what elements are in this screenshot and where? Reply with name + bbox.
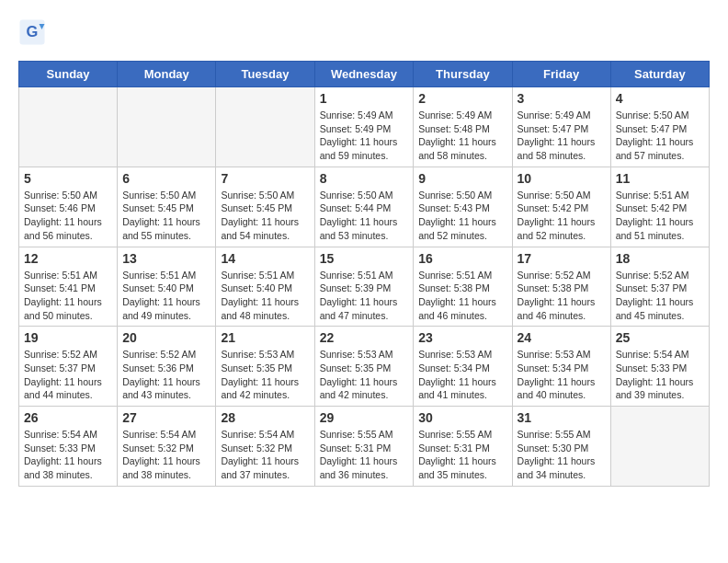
day-number: 3 — [518, 91, 606, 106]
day-info: Sunrise: 5:51 AM Sunset: 5:39 PM Dayligh… — [320, 269, 409, 323]
day-info: Sunrise: 5:50 AM Sunset: 5:44 PM Dayligh… — [320, 189, 409, 243]
calendar-cell: 22Sunrise: 5:53 AM Sunset: 5:35 PM Dayli… — [314, 327, 414, 407]
day-number: 5 — [24, 171, 112, 186]
day-info: Sunrise: 5:50 AM Sunset: 5:43 PM Dayligh… — [418, 189, 506, 243]
day-number: 31 — [518, 410, 606, 425]
calendar-cell: 20Sunrise: 5:52 AM Sunset: 5:36 PM Dayli… — [118, 327, 216, 407]
day-info: Sunrise: 5:52 AM Sunset: 5:37 PM Dayligh… — [616, 269, 704, 323]
day-info: Sunrise: 5:50 AM Sunset: 5:42 PM Dayligh… — [518, 189, 606, 243]
calendar-cell: 21Sunrise: 5:53 AM Sunset: 5:35 PM Dayli… — [216, 327, 314, 407]
day-info: Sunrise: 5:51 AM Sunset: 5:42 PM Dayligh… — [616, 189, 704, 243]
calendar-cell: 19Sunrise: 5:52 AM Sunset: 5:37 PM Dayli… — [19, 327, 118, 407]
day-info: Sunrise: 5:55 AM Sunset: 5:31 PM Dayligh… — [320, 428, 409, 482]
svg-text:G: G — [27, 23, 39, 40]
day-info: Sunrise: 5:52 AM Sunset: 5:36 PM Dayligh… — [122, 348, 210, 402]
day-info: Sunrise: 5:55 AM Sunset: 5:30 PM Dayligh… — [518, 428, 606, 482]
calendar-cell: 17Sunrise: 5:52 AM Sunset: 5:38 PM Dayli… — [512, 247, 610, 327]
day-number: 1 — [320, 91, 409, 106]
day-number: 22 — [320, 330, 409, 345]
day-number: 28 — [221, 410, 309, 425]
day-number: 27 — [122, 410, 210, 425]
calendar-cell: 24Sunrise: 5:53 AM Sunset: 5:34 PM Dayli… — [512, 327, 610, 407]
weekday-header: Monday — [118, 62, 216, 87]
calendar-cell: 11Sunrise: 5:51 AM Sunset: 5:42 PM Dayli… — [610, 167, 709, 247]
day-info: Sunrise: 5:53 AM Sunset: 5:34 PM Dayligh… — [418, 348, 506, 402]
day-number: 30 — [418, 410, 506, 425]
day-info: Sunrise: 5:51 AM Sunset: 5:40 PM Dayligh… — [122, 269, 210, 323]
calendar-cell — [216, 87, 314, 167]
calendar-cell: 3Sunrise: 5:49 AM Sunset: 5:47 PM Daylig… — [512, 87, 610, 167]
logo-icon: G — [18, 18, 46, 46]
day-info: Sunrise: 5:55 AM Sunset: 5:31 PM Dayligh… — [418, 428, 506, 482]
day-number: 11 — [616, 171, 704, 186]
day-number: 9 — [418, 171, 506, 186]
day-number: 15 — [320, 251, 409, 266]
calendar-cell: 13Sunrise: 5:51 AM Sunset: 5:40 PM Dayli… — [118, 247, 216, 327]
weekday-header: Sunday — [19, 62, 118, 87]
calendar-cell: 8Sunrise: 5:50 AM Sunset: 5:44 PM Daylig… — [314, 167, 414, 247]
day-number: 2 — [418, 91, 506, 106]
day-number: 21 — [221, 330, 309, 345]
day-info: Sunrise: 5:51 AM Sunset: 5:40 PM Dayligh… — [221, 269, 309, 323]
calendar-cell: 10Sunrise: 5:50 AM Sunset: 5:42 PM Dayli… — [512, 167, 610, 247]
calendar-cell: 5Sunrise: 5:50 AM Sunset: 5:46 PM Daylig… — [19, 167, 118, 247]
calendar-cell: 14Sunrise: 5:51 AM Sunset: 5:40 PM Dayli… — [216, 247, 314, 327]
day-number: 19 — [24, 330, 112, 345]
day-number: 16 — [418, 251, 506, 266]
day-number: 20 — [122, 330, 210, 345]
calendar-cell: 12Sunrise: 5:51 AM Sunset: 5:41 PM Dayli… — [19, 247, 118, 327]
day-info: Sunrise: 5:54 AM Sunset: 5:32 PM Dayligh… — [122, 428, 210, 482]
day-info: Sunrise: 5:54 AM Sunset: 5:32 PM Dayligh… — [221, 428, 309, 482]
calendar-cell — [19, 87, 118, 167]
weekday-header: Tuesday — [216, 62, 314, 87]
calendar-table: SundayMondayTuesdayWednesdayThursdayFrid… — [18, 61, 710, 487]
day-info: Sunrise: 5:50 AM Sunset: 5:45 PM Dayligh… — [221, 189, 309, 243]
day-number: 14 — [221, 251, 309, 266]
day-info: Sunrise: 5:51 AM Sunset: 5:41 PM Dayligh… — [24, 269, 112, 323]
day-info: Sunrise: 5:53 AM Sunset: 5:34 PM Dayligh… — [518, 348, 606, 402]
day-number: 8 — [320, 171, 409, 186]
weekday-header: Wednesday — [314, 62, 414, 87]
day-info: Sunrise: 5:50 AM Sunset: 5:45 PM Dayligh… — [122, 189, 210, 243]
day-number: 18 — [616, 251, 704, 266]
calendar-week-row: 5Sunrise: 5:50 AM Sunset: 5:46 PM Daylig… — [19, 167, 710, 247]
calendar-cell: 6Sunrise: 5:50 AM Sunset: 5:45 PM Daylig… — [118, 167, 216, 247]
calendar-cell: 4Sunrise: 5:50 AM Sunset: 5:47 PM Daylig… — [610, 87, 709, 167]
day-number: 7 — [221, 171, 309, 186]
day-info: Sunrise: 5:52 AM Sunset: 5:38 PM Dayligh… — [518, 269, 606, 323]
calendar-cell: 16Sunrise: 5:51 AM Sunset: 5:38 PM Dayli… — [414, 247, 512, 327]
day-info: Sunrise: 5:49 AM Sunset: 5:49 PM Dayligh… — [320, 109, 409, 163]
day-info: Sunrise: 5:51 AM Sunset: 5:38 PM Dayligh… — [418, 269, 506, 323]
day-info: Sunrise: 5:50 AM Sunset: 5:46 PM Dayligh… — [24, 189, 112, 243]
calendar-cell: 29Sunrise: 5:55 AM Sunset: 5:31 PM Dayli… — [314, 407, 414, 487]
weekday-header: Friday — [512, 62, 610, 87]
calendar-cell: 23Sunrise: 5:53 AM Sunset: 5:34 PM Dayli… — [414, 327, 512, 407]
calendar-cell — [610, 407, 709, 487]
calendar-cell: 2Sunrise: 5:49 AM Sunset: 5:48 PM Daylig… — [414, 87, 512, 167]
calendar-header-row: SundayMondayTuesdayWednesdayThursdayFrid… — [19, 62, 710, 87]
day-info: Sunrise: 5:49 AM Sunset: 5:48 PM Dayligh… — [418, 109, 506, 163]
day-number: 26 — [24, 410, 112, 425]
day-info: Sunrise: 5:52 AM Sunset: 5:37 PM Dayligh… — [24, 348, 112, 402]
day-number: 29 — [320, 410, 409, 425]
calendar-cell: 15Sunrise: 5:51 AM Sunset: 5:39 PM Dayli… — [314, 247, 414, 327]
day-number: 13 — [122, 251, 210, 266]
day-number: 4 — [616, 91, 704, 106]
calendar-week-row: 19Sunrise: 5:52 AM Sunset: 5:37 PM Dayli… — [19, 327, 710, 407]
calendar-cell: 25Sunrise: 5:54 AM Sunset: 5:33 PM Dayli… — [610, 327, 709, 407]
calendar-week-row: 12Sunrise: 5:51 AM Sunset: 5:41 PM Dayli… — [19, 247, 710, 327]
calendar-cell: 1Sunrise: 5:49 AM Sunset: 5:49 PM Daylig… — [314, 87, 414, 167]
day-number: 17 — [518, 251, 606, 266]
weekday-header: Thursday — [414, 62, 512, 87]
day-info: Sunrise: 5:54 AM Sunset: 5:33 PM Dayligh… — [616, 348, 704, 402]
calendar-cell: 7Sunrise: 5:50 AM Sunset: 5:45 PM Daylig… — [216, 167, 314, 247]
calendar-cell: 27Sunrise: 5:54 AM Sunset: 5:32 PM Dayli… — [118, 407, 216, 487]
day-info: Sunrise: 5:53 AM Sunset: 5:35 PM Dayligh… — [221, 348, 309, 402]
day-info: Sunrise: 5:49 AM Sunset: 5:47 PM Dayligh… — [518, 109, 606, 163]
calendar-week-row: 1Sunrise: 5:49 AM Sunset: 5:49 PM Daylig… — [19, 87, 710, 167]
page-header: G — [18, 18, 710, 46]
day-number: 10 — [518, 171, 606, 186]
calendar-cell: 18Sunrise: 5:52 AM Sunset: 5:37 PM Dayli… — [610, 247, 709, 327]
calendar-cell — [118, 87, 216, 167]
logo: G — [18, 18, 50, 46]
